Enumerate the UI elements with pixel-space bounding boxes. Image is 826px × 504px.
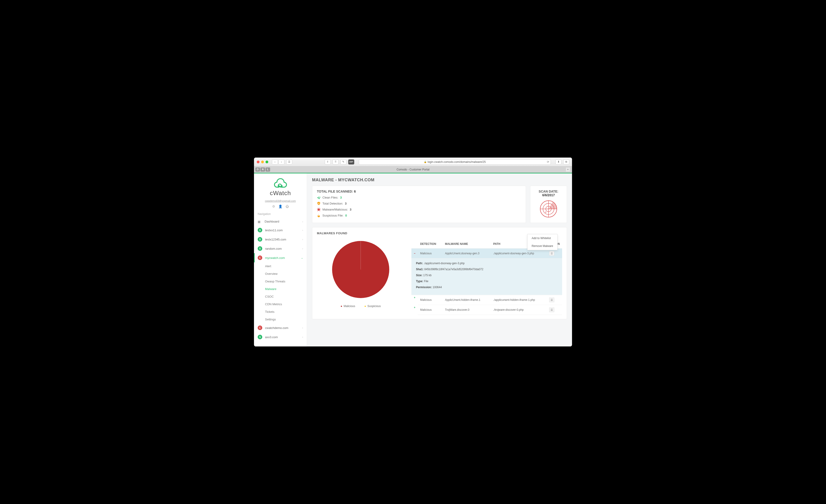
svg-point-0: [317, 208, 320, 211]
check-icon: [317, 196, 320, 199]
nav-label: Navigation: [254, 210, 307, 217]
cell-detection: Malicious: [418, 249, 443, 258]
url-text: login.cwatch.comodo.com/domains/malware/…: [427, 160, 486, 164]
site-label: mycwatch.com: [265, 256, 285, 260]
table-row: + Malicious TrojWare.discover.0 ./trojwa…: [411, 305, 562, 315]
stat-label: Total Detection:: [322, 202, 343, 205]
stat-check: Clean Files: 3: [317, 196, 521, 199]
tab-title[interactable]: Comodo - Customer Portal: [397, 168, 430, 171]
expand-toggle[interactable]: −: [411, 249, 418, 258]
cloud-logo-icon: [273, 178, 288, 189]
lock-icon: 🔒: [424, 161, 427, 163]
sub-tickets[interactable]: Tickets: [254, 308, 307, 316]
row-menu-icon[interactable]: ☰: [549, 308, 554, 312]
dashboard-icon: ▦: [258, 220, 261, 223]
sidebar-site-1[interactable]: Stestx12345.com›: [254, 235, 307, 244]
download-icon[interactable]: ⬇: [555, 160, 562, 165]
edit-icon[interactable]: ✎: [340, 160, 346, 165]
forward-button[interactable]: ›: [278, 160, 284, 165]
stat-shield: Total Detection: 3: [317, 201, 521, 205]
stat-value: 3: [340, 196, 342, 199]
fire-icon: [317, 213, 320, 217]
expand-toggle[interactable]: +: [411, 305, 418, 310]
site-label: testxx11.com: [265, 229, 283, 232]
row-menu-icon[interactable]: ☰: [549, 251, 554, 256]
brand-name: cWatch: [254, 190, 307, 197]
ext-o[interactable]: O: [255, 168, 260, 172]
cell-name: ApplicUnwnt.doorway-gen.3: [443, 249, 491, 258]
tabs-icon[interactable]: ⧉: [563, 160, 569, 165]
logo: cWatch: [254, 174, 307, 198]
sidebar: cWatch cwwdemo03@yopmail.com ⚙ 👤 ⏻ Navig…: [254, 174, 307, 346]
malwares-panel: MALWARES FOUND Malicious Suspicious: [312, 227, 567, 319]
sub-owasp-threats[interactable]: Owasp Threats: [254, 277, 307, 285]
site-badge: S: [258, 228, 262, 233]
sub-alert[interactable]: Alert: [254, 262, 307, 270]
sidebar-site-0[interactable]: Stestxx11.com›: [254, 226, 307, 235]
stat-value: 0: [345, 214, 347, 217]
power-icon[interactable]: ⏻: [286, 204, 289, 208]
sub-malware[interactable]: Malware: [254, 285, 307, 293]
sub-settings[interactable]: Settings: [254, 316, 307, 323]
stat-value: 3: [345, 202, 347, 205]
ext-l[interactable]: L: [266, 168, 270, 172]
expand-toggle[interactable]: +: [411, 295, 418, 300]
sidebar-site-4[interactable]: Ccwatchdemo.com›: [254, 323, 307, 332]
sidebar-site-3[interactable]: Cmycwatch.com⌄: [254, 253, 307, 262]
chevron-icon: ›: [302, 229, 303, 232]
main-content: MALWARE - MYCWATCH.COM TOTAL FILE SCANNE…: [307, 174, 572, 346]
abp-icon[interactable]: ABP: [348, 160, 354, 165]
stat-label: Suspicious File:: [322, 214, 343, 217]
shield-icon: [317, 201, 320, 205]
sidebar-site-2[interactable]: Srandom.com›: [254, 244, 307, 253]
sub-csoc[interactable]: CSOC: [254, 293, 307, 300]
ext-n[interactable]: N: [260, 168, 265, 172]
cell-path: ./trojware-discover-0.php: [491, 305, 547, 315]
svg-point-6: [545, 212, 546, 212]
gear-icon[interactable]: ⚙: [272, 204, 275, 208]
row-menu-icon[interactable]: ☰: [549, 298, 554, 302]
extensions: O N L: [254, 168, 271, 172]
site-badge: C: [258, 255, 262, 260]
stat-label: Malware/Malicious:: [322, 208, 348, 211]
minimize-window[interactable]: [261, 161, 264, 163]
back-button[interactable]: ‹: [272, 160, 278, 165]
chevron-icon: ›: [302, 247, 303, 250]
page-title: MALWARE - MYCWATCH.COM: [312, 178, 567, 182]
nav-dashboard-label: Dashboard: [264, 220, 279, 223]
share-icon[interactable]: ⇪: [325, 160, 331, 165]
reload-icon[interactable]: ⟳: [547, 160, 549, 164]
total-scanned-label: TOTAL FILE SCANNED:: [317, 190, 353, 193]
sub-cdn-metrics[interactable]: CDN Metrics: [254, 300, 307, 308]
legend-suspicious: Suspicious: [364, 305, 381, 308]
scan-date-label: SCAN DATE:: [539, 190, 558, 193]
maximize-window[interactable]: [266, 161, 268, 163]
context-menu: Add to Whitelist Remove Malware: [527, 234, 557, 250]
sub-overview[interactable]: Overview: [254, 270, 307, 277]
chevron-icon: ›: [302, 336, 303, 338]
site-label: cwatchdemo.com: [265, 326, 288, 330]
scan-date-value: 6/6/2017: [542, 193, 555, 197]
sidebar-site-5[interactable]: Saxx3.com›: [254, 332, 307, 341]
nav-dashboard[interactable]: ▦ Dashboard ›: [254, 217, 307, 226]
new-tab-button[interactable]: +: [566, 167, 570, 172]
tab-bar: O N L Comodo - Customer Portal +: [254, 166, 572, 173]
url-bar[interactable]: 🔒 login.cwatch.comodo.com/domains/malwar…: [359, 159, 551, 165]
scan-date-card: SCAN DATE: 6/6/2017: [530, 186, 567, 223]
site-label: testx12345.com: [265, 238, 286, 241]
bug-icon: [317, 207, 320, 211]
user-icon[interactable]: 👤: [278, 204, 282, 208]
chevron-icon: ›: [302, 326, 303, 329]
chart-legend: Malicious Suspicious: [317, 305, 405, 308]
pie-chart-svg: [331, 240, 391, 300]
close-window[interactable]: [257, 161, 259, 163]
user-email[interactable]: cwwdemo03@yopmail.com: [254, 199, 307, 202]
stat-bug: Malware/Malicious: 3: [317, 207, 521, 211]
grid-icon[interactable]: ⠿: [333, 160, 339, 165]
cell-detection: Malicious: [418, 305, 443, 315]
pie-chart: Malicious Suspicious: [317, 240, 405, 315]
ctx-remove[interactable]: Remove Malware: [528, 242, 557, 250]
ctx-whitelist[interactable]: Add to Whitelist: [528, 234, 557, 242]
table-row: + Malicious ApplicUnwnt.hidden-iframe.1 …: [411, 295, 562, 305]
sidebar-toggle-icon[interactable]: ☰: [286, 160, 292, 165]
